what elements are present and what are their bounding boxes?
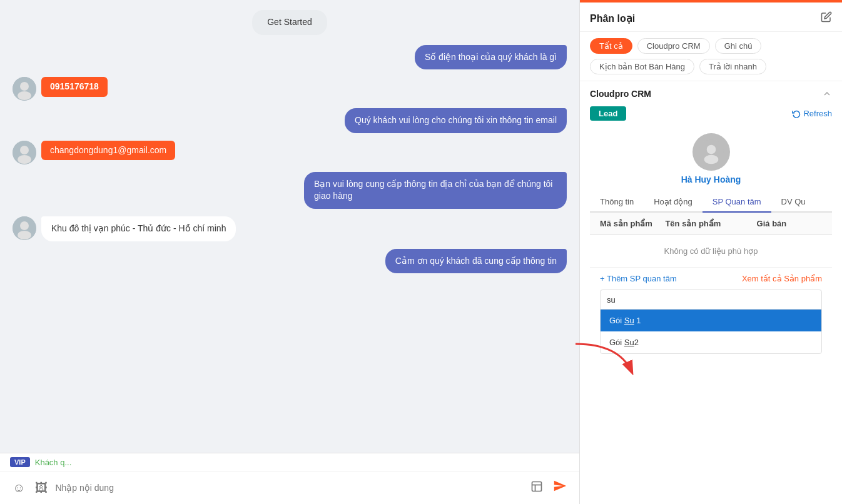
product-search-input[interactable] xyxy=(607,295,815,305)
collapse-icon[interactable] xyxy=(822,89,832,99)
emoji-button[interactable]: ☺ xyxy=(10,478,28,498)
msg-row-3: Quý khách vui lòng cho chúng tôi xin thô… xyxy=(13,108,567,133)
tab-thong-tin[interactable]: Thông tin xyxy=(590,192,644,213)
col-gia-ban: Giá bán xyxy=(757,219,822,228)
category-tags: Tất cả Cloudpro CRM Ghi chú Kịch bản Bot… xyxy=(580,32,842,81)
lead-badge[interactable]: Lead xyxy=(590,106,626,121)
bubble-thanks: Cảm ơn quý khách đã cung cấp thông tin xyxy=(385,249,567,274)
tab-hoat-dong[interactable]: Hoạt động xyxy=(644,192,703,213)
tag-ghi-chu[interactable]: Ghi chú xyxy=(715,38,762,54)
bubble-email: changdongdung1@gmail.com xyxy=(41,141,175,161)
bubble-phone-question: Số điện thoại của quý khách là gì xyxy=(415,45,567,70)
chat-input[interactable] xyxy=(55,483,523,493)
vip-bar: VIP Khách q... xyxy=(0,453,579,471)
edit-icon[interactable] xyxy=(821,11,832,25)
crm-tabs: Thông tin Hoạt động SP Quan tâm DV Qu xyxy=(590,192,832,213)
dropdown-item-0[interactable]: Gói Su 1 xyxy=(601,310,821,331)
dropdown-item-1[interactable]: Gói Su2 xyxy=(601,331,821,353)
add-sp-button[interactable]: + Thêm SP quan tâm xyxy=(600,274,677,283)
image-button[interactable]: 🖼 xyxy=(33,478,50,498)
tab-dv-qu[interactable]: DV Qu xyxy=(771,192,816,213)
get-started-row: Get Started xyxy=(13,10,567,35)
crm-section: Cloudpro CRM Lead Refresh Hà Huy Hoàng xyxy=(580,81,842,359)
chat-messages: Get Started Số điện thoại của quý khách … xyxy=(0,0,579,453)
tag-kich-ban[interactable]: Kịch bản Bot Bán Hàng xyxy=(590,59,694,74)
svg-point-5 xyxy=(18,155,31,164)
col-ten-sp: Tên sản phẩm xyxy=(665,219,756,228)
vip-badge: VIP xyxy=(10,457,30,467)
khach-label: Khách q... xyxy=(35,458,72,467)
crm-header: Cloudpro CRM xyxy=(590,89,832,99)
tag-tra-loi[interactable]: Trả lời nhanh xyxy=(699,59,766,74)
bubble-address: Khu đô thị vạn phúc - Thủ đức - Hồ chí m… xyxy=(41,216,236,241)
right-panel: Phân loại Tất cả Cloudpro CRM Ghi chú Kị… xyxy=(579,0,842,504)
msg-row-2: 0915176718 xyxy=(13,77,567,101)
chat-panel: Get Started Số điện thoại của quý khách … xyxy=(0,0,579,504)
svg-point-1 xyxy=(20,82,29,91)
template-button[interactable] xyxy=(528,478,545,498)
col-ma-sp: Mã sản phẩm xyxy=(600,219,665,228)
bubble-phone: 0915176718 xyxy=(41,77,108,97)
svg-point-4 xyxy=(20,146,29,154)
bubble-address-question: Bạn vui lòng cung cấp thông tin địa chỉ … xyxy=(304,172,567,209)
input-row: ☺ 🖼 xyxy=(0,471,579,504)
refresh-button[interactable]: Refresh xyxy=(792,109,832,118)
get-started-bubble: Get Started xyxy=(252,10,327,35)
tag-cloudpro[interactable]: Cloudpro CRM xyxy=(637,38,710,54)
msg-row-4: changdongdung1@gmail.com xyxy=(13,141,567,164)
panel-title: Phân loại xyxy=(590,13,635,24)
refresh-label: Refresh xyxy=(803,109,832,118)
msg-row-1: Số điện thoại của quý khách là gì xyxy=(13,45,567,70)
chat-footer: VIP Khách q... ☺ 🖼 xyxy=(0,453,579,504)
avatar-4 xyxy=(13,141,36,164)
svg-point-7 xyxy=(20,221,29,230)
table-header: Mã sản phẩm Tên sản phẩm Giá bán xyxy=(590,213,832,235)
sp-actions: + Thêm SP quan tâm Xem tất cả Sản phẩm xyxy=(590,267,832,290)
msg-row-7: Cảm ơn quý khách đã cung cấp thông tin xyxy=(13,249,567,274)
bubble-email-question: Quý khách vui lòng cho chúng tôi xin thô… xyxy=(345,108,567,133)
search-dropdown: Gói Su 1 Gói Su2 xyxy=(600,290,822,354)
view-all-button[interactable]: Xem tất cả Sản phẩm xyxy=(742,274,822,283)
lead-refresh-row: Lead Refresh xyxy=(590,106,832,121)
svg-point-8 xyxy=(18,231,31,239)
svg-point-13 xyxy=(706,145,716,154)
user-profile: Hà Huy Hoàng xyxy=(590,128,832,192)
crm-title: Cloudpro CRM xyxy=(590,89,651,99)
svg-point-14 xyxy=(704,155,718,164)
send-button[interactable] xyxy=(550,476,569,499)
avatar-6 xyxy=(13,216,36,240)
panel-header: Phân loại xyxy=(580,3,842,32)
profile-avatar xyxy=(692,133,730,171)
svg-point-2 xyxy=(18,91,31,100)
no-data-message: Không có dữ liệu phù hợp xyxy=(590,235,832,267)
tag-all[interactable]: Tất cả xyxy=(590,38,632,54)
svg-rect-9 xyxy=(532,481,542,491)
msg-row-6: Khu đô thị vạn phúc - Thủ đức - Hồ chí m… xyxy=(13,216,567,241)
msg-row-5: Bạn vui lòng cung cấp thông tin địa chỉ … xyxy=(13,172,567,209)
tab-sp-quan-tam[interactable]: SP Quan tâm xyxy=(703,192,771,213)
search-input-row xyxy=(601,290,821,310)
avatar-2 xyxy=(13,77,36,101)
table-section: Mã sản phẩm Tên sản phẩm Giá bán Không c… xyxy=(590,213,832,267)
profile-name: Hà Huy Hoàng xyxy=(681,174,741,184)
